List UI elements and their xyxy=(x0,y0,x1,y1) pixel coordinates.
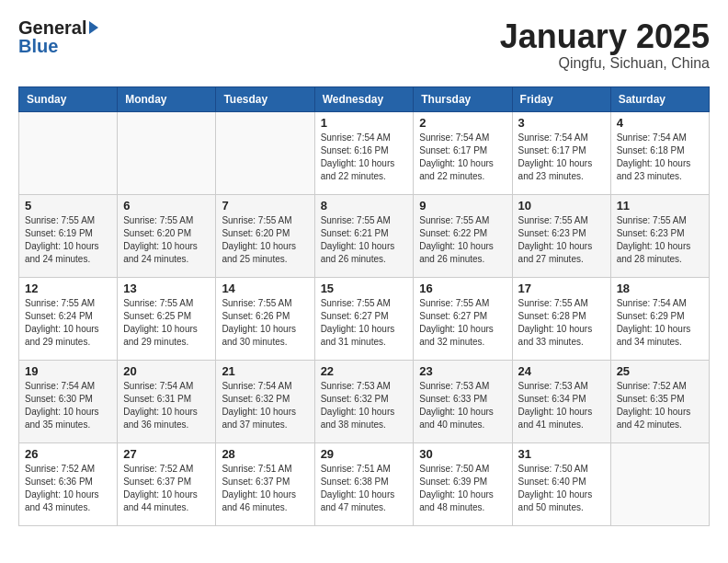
day-number: 27 xyxy=(123,447,210,461)
title-block: January 2025 Qingfu, Sichuan, China xyxy=(500,18,710,72)
day-number: 8 xyxy=(321,199,408,213)
day-info: Sunrise: 7:55 AM Sunset: 6:23 PM Dayligh… xyxy=(518,214,605,266)
header-sunday: Sunday xyxy=(19,86,118,111)
day-number: 3 xyxy=(518,116,605,130)
calendar-cell: 2Sunrise: 7:54 AM Sunset: 6:17 PM Daylig… xyxy=(414,111,512,194)
day-info: Sunrise: 7:54 AM Sunset: 6:16 PM Dayligh… xyxy=(321,132,408,183)
calendar-cell: 6Sunrise: 7:55 AM Sunset: 6:20 PM Daylig… xyxy=(118,194,216,277)
day-info: Sunrise: 7:52 AM Sunset: 6:37 PM Dayligh… xyxy=(123,463,210,514)
day-info: Sunrise: 7:55 AM Sunset: 6:27 PM Dayligh… xyxy=(321,297,408,349)
day-number: 20 xyxy=(123,364,210,378)
day-number: 14 xyxy=(222,282,308,295)
logo-general: General xyxy=(18,18,86,37)
week-row-4: 26Sunrise: 7:52 AM Sunset: 6:36 PM Dayli… xyxy=(19,442,710,525)
day-info: Sunrise: 7:51 AM Sunset: 6:37 PM Dayligh… xyxy=(222,463,308,514)
day-number: 22 xyxy=(321,364,408,378)
calendar-cell: 3Sunrise: 7:54 AM Sunset: 6:17 PM Daylig… xyxy=(512,111,610,194)
calendar-cell: 21Sunrise: 7:54 AM Sunset: 6:32 PM Dayli… xyxy=(216,360,314,442)
day-info: Sunrise: 7:54 AM Sunset: 6:29 PM Dayligh… xyxy=(617,297,703,349)
day-info: Sunrise: 7:53 AM Sunset: 6:33 PM Dayligh… xyxy=(419,380,506,431)
calendar-cell: 22Sunrise: 7:53 AM Sunset: 6:32 PM Dayli… xyxy=(314,360,414,442)
calendar-cell xyxy=(19,111,118,194)
day-info: Sunrise: 7:52 AM Sunset: 6:36 PM Dayligh… xyxy=(25,463,111,514)
calendar-cell: 15Sunrise: 7:55 AM Sunset: 6:27 PM Dayli… xyxy=(314,277,414,360)
calendar-cell: 29Sunrise: 7:51 AM Sunset: 6:38 PM Dayli… xyxy=(314,442,414,525)
day-info: Sunrise: 7:54 AM Sunset: 6:31 PM Dayligh… xyxy=(123,380,210,431)
day-info: Sunrise: 7:55 AM Sunset: 6:27 PM Dayligh… xyxy=(419,297,506,349)
calendar-cell: 30Sunrise: 7:50 AM Sunset: 6:39 PM Dayli… xyxy=(414,442,512,525)
calendar-cell: 12Sunrise: 7:55 AM Sunset: 6:24 PM Dayli… xyxy=(19,277,118,360)
calendar-cell: 24Sunrise: 7:53 AM Sunset: 6:34 PM Dayli… xyxy=(512,360,610,442)
day-number: 19 xyxy=(25,364,111,378)
day-info: Sunrise: 7:51 AM Sunset: 6:38 PM Dayligh… xyxy=(321,463,408,514)
day-info: Sunrise: 7:55 AM Sunset: 6:20 PM Dayligh… xyxy=(222,214,308,266)
day-info: Sunrise: 7:54 AM Sunset: 6:17 PM Dayligh… xyxy=(419,132,506,183)
day-number: 18 xyxy=(617,282,703,295)
calendar-cell xyxy=(118,111,216,194)
day-info: Sunrise: 7:55 AM Sunset: 6:25 PM Dayligh… xyxy=(123,297,210,349)
day-number: 21 xyxy=(222,364,308,378)
month-title: January 2025 xyxy=(500,18,710,55)
calendar-cell: 28Sunrise: 7:51 AM Sunset: 6:37 PM Dayli… xyxy=(216,442,314,525)
page-header: General Blue January 2025 Qingfu, Sichua… xyxy=(18,18,710,72)
header-saturday: Saturday xyxy=(610,86,709,111)
day-number: 4 xyxy=(617,116,703,130)
calendar-cell: 17Sunrise: 7:55 AM Sunset: 6:28 PM Dayli… xyxy=(512,277,610,360)
day-number: 6 xyxy=(123,199,210,213)
header-wednesday: Wednesday xyxy=(314,86,414,111)
day-number: 5 xyxy=(25,199,111,213)
calendar-cell: 23Sunrise: 7:53 AM Sunset: 6:33 PM Dayli… xyxy=(414,360,512,442)
day-number: 25 xyxy=(617,364,703,378)
calendar-cell: 8Sunrise: 7:55 AM Sunset: 6:21 PM Daylig… xyxy=(314,194,414,277)
week-row-3: 19Sunrise: 7:54 AM Sunset: 6:30 PM Dayli… xyxy=(19,360,710,442)
day-info: Sunrise: 7:55 AM Sunset: 6:26 PM Dayligh… xyxy=(222,297,308,349)
day-info: Sunrise: 7:54 AM Sunset: 6:30 PM Dayligh… xyxy=(25,380,111,431)
day-number: 12 xyxy=(25,282,111,295)
day-info: Sunrise: 7:55 AM Sunset: 6:23 PM Dayligh… xyxy=(617,214,703,266)
calendar-cell: 19Sunrise: 7:54 AM Sunset: 6:30 PM Dayli… xyxy=(19,360,118,442)
day-number: 17 xyxy=(518,282,605,295)
day-info: Sunrise: 7:55 AM Sunset: 6:20 PM Dayligh… xyxy=(123,214,210,266)
day-info: Sunrise: 7:54 AM Sunset: 6:18 PM Dayligh… xyxy=(617,132,703,183)
day-number: 28 xyxy=(222,447,308,461)
day-info: Sunrise: 7:55 AM Sunset: 6:22 PM Dayligh… xyxy=(419,214,506,266)
day-number: 31 xyxy=(518,447,605,461)
day-info: Sunrise: 7:50 AM Sunset: 6:40 PM Dayligh… xyxy=(518,463,605,514)
calendar-cell: 7Sunrise: 7:55 AM Sunset: 6:20 PM Daylig… xyxy=(216,194,314,277)
calendar-cell: 20Sunrise: 7:54 AM Sunset: 6:31 PM Dayli… xyxy=(118,360,216,442)
logo: General Blue xyxy=(18,18,98,55)
logo-triangle-icon xyxy=(89,21,98,34)
calendar-cell xyxy=(610,442,709,525)
calendar-cell: 18Sunrise: 7:54 AM Sunset: 6:29 PM Dayli… xyxy=(610,277,709,360)
day-number: 24 xyxy=(518,364,605,378)
day-info: Sunrise: 7:52 AM Sunset: 6:35 PM Dayligh… xyxy=(617,380,703,431)
calendar-cell: 14Sunrise: 7:55 AM Sunset: 6:26 PM Dayli… xyxy=(216,277,314,360)
day-info: Sunrise: 7:54 AM Sunset: 6:17 PM Dayligh… xyxy=(518,132,605,183)
calendar-cell: 1Sunrise: 7:54 AM Sunset: 6:16 PM Daylig… xyxy=(314,111,414,194)
calendar-cell: 10Sunrise: 7:55 AM Sunset: 6:23 PM Dayli… xyxy=(512,194,610,277)
day-number: 9 xyxy=(419,199,506,213)
day-number: 30 xyxy=(419,447,506,461)
week-row-0: 1Sunrise: 7:54 AM Sunset: 6:16 PM Daylig… xyxy=(19,111,710,194)
day-info: Sunrise: 7:54 AM Sunset: 6:32 PM Dayligh… xyxy=(222,380,308,431)
day-info: Sunrise: 7:50 AM Sunset: 6:39 PM Dayligh… xyxy=(419,463,506,514)
logo-blue: Blue xyxy=(18,36,58,56)
calendar-cell: 26Sunrise: 7:52 AM Sunset: 6:36 PM Dayli… xyxy=(19,442,118,525)
day-info: Sunrise: 7:55 AM Sunset: 6:19 PM Dayligh… xyxy=(25,214,111,266)
day-number: 23 xyxy=(419,364,506,378)
calendar-cell: 5Sunrise: 7:55 AM Sunset: 6:19 PM Daylig… xyxy=(19,194,118,277)
location-title: Qingfu, Sichuan, China xyxy=(500,55,710,72)
week-row-2: 12Sunrise: 7:55 AM Sunset: 6:24 PM Dayli… xyxy=(19,277,710,360)
day-number: 13 xyxy=(123,282,210,295)
day-info: Sunrise: 7:53 AM Sunset: 6:32 PM Dayligh… xyxy=(321,380,408,431)
day-info: Sunrise: 7:55 AM Sunset: 6:28 PM Dayligh… xyxy=(518,297,605,349)
calendar-cell: 4Sunrise: 7:54 AM Sunset: 6:18 PM Daylig… xyxy=(610,111,709,194)
day-number: 16 xyxy=(419,282,506,295)
day-number: 26 xyxy=(25,447,111,461)
day-info: Sunrise: 7:55 AM Sunset: 6:21 PM Dayligh… xyxy=(321,214,408,266)
day-number: 7 xyxy=(222,199,308,213)
calendar-cell: 9Sunrise: 7:55 AM Sunset: 6:22 PM Daylig… xyxy=(414,194,512,277)
week-row-1: 5Sunrise: 7:55 AM Sunset: 6:19 PM Daylig… xyxy=(19,194,710,277)
day-number: 11 xyxy=(617,199,703,213)
calendar-cell: 27Sunrise: 7:52 AM Sunset: 6:37 PM Dayli… xyxy=(118,442,216,525)
